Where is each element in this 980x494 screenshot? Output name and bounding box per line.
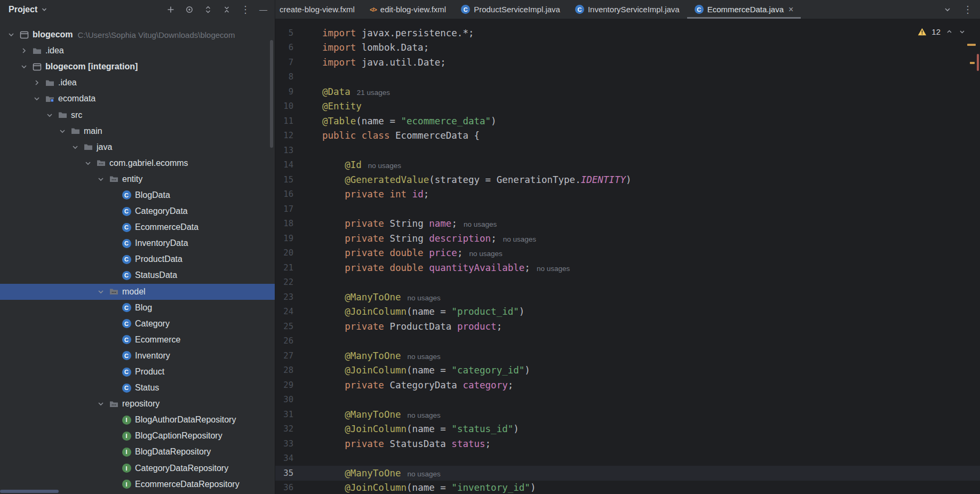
line-number[interactable]: 17 xyxy=(275,204,322,214)
chevron-right-icon[interactable] xyxy=(19,46,29,55)
code-line[interactable]: 27 @ManyToOneno usages xyxy=(275,348,980,363)
line-number[interactable]: 13 xyxy=(275,146,322,155)
line-number[interactable]: 10 xyxy=(275,101,322,111)
line-number[interactable]: 24 xyxy=(275,307,322,316)
tree-row--idea[interactable]: .idea xyxy=(0,75,275,91)
more-options-icon[interactable]: ⋮ xyxy=(241,5,250,14)
code-line[interactable]: 14 @Idno usages xyxy=(275,158,980,173)
tree-row-product[interactable]: CProduct xyxy=(0,364,275,380)
chevron-down-icon[interactable] xyxy=(6,30,16,39)
tree-row-entity[interactable]: entity xyxy=(0,171,275,187)
code-line[interactable]: 35 @ManyToOneno usages xyxy=(275,466,980,481)
line-number[interactable]: 20 xyxy=(275,248,322,258)
chevron-down-icon[interactable] xyxy=(96,399,106,409)
tree-row-ecommerce[interactable]: CEcommerce xyxy=(0,332,275,348)
line-number[interactable]: 25 xyxy=(275,322,322,331)
line-number[interactable]: 33 xyxy=(275,439,322,449)
tree-row-blog[interactable]: CBlog xyxy=(0,300,275,316)
code-line[interactable]: 8 xyxy=(275,70,980,85)
code-line[interactable]: 23 @ManyToOneno usages xyxy=(275,290,980,305)
line-number[interactable]: 36 xyxy=(275,483,322,492)
code-line[interactable]: 29 private CategoryData category; xyxy=(275,378,980,393)
line-number[interactable]: 26 xyxy=(275,336,322,346)
code-line[interactable]: 36 @JoinColumn(name = "inventory_id") xyxy=(275,481,980,494)
code-line[interactable]: 9@Data21 usages xyxy=(275,84,980,99)
line-number[interactable]: 6 xyxy=(275,43,322,52)
chevron-down-icon[interactable] xyxy=(96,287,106,297)
editor-scrollbar-thumb[interactable] xyxy=(977,54,979,71)
code-line[interactable]: 33 private StatusData status; xyxy=(275,436,980,451)
inspection-widget[interactable]: 12 xyxy=(918,27,966,36)
project-view-dropdown[interactable]: Project xyxy=(9,5,49,14)
line-number[interactable]: 16 xyxy=(275,189,322,199)
code-line[interactable]: 26 xyxy=(275,334,980,349)
close-icon[interactable]: × xyxy=(788,5,793,14)
line-number[interactable]: 34 xyxy=(275,453,322,463)
error-stripe-warning-mark[interactable] xyxy=(967,44,976,46)
code-line[interactable]: 22 xyxy=(275,275,980,290)
tree-row-java[interactable]: java xyxy=(0,139,275,155)
tree-row-categorydata[interactable]: CCategoryData xyxy=(0,203,275,219)
line-number[interactable]: 29 xyxy=(275,380,322,390)
code-line[interactable]: 16 private int id; xyxy=(275,187,980,202)
code-line[interactable]: 25 private ProductData product; xyxy=(275,319,980,334)
code-line[interactable]: 18 private String name;no usages xyxy=(275,217,980,232)
tree-row-repository[interactable]: repository xyxy=(0,396,275,412)
line-number[interactable]: 19 xyxy=(275,234,322,243)
code-line[interactable]: 10@Entity xyxy=(275,99,980,114)
tree-row-com-gabriel-ecomms[interactable]: com.gabriel.ecomms xyxy=(0,155,275,171)
tree-row-blogecom[interactable]: blogecomC:\Users\Sophia Vitug\Downloads\… xyxy=(0,27,275,43)
line-number[interactable]: 28 xyxy=(275,365,322,375)
tab-list-dropdown-icon[interactable] xyxy=(943,5,952,14)
code-line[interactable]: 31 @ManyToOneno usages xyxy=(275,407,980,422)
prev-problem-icon[interactable] xyxy=(945,28,953,36)
code-line[interactable]: 19 private String description;no usages xyxy=(275,231,980,246)
tree-row-blogdatarepository[interactable]: IBlogDataRepository xyxy=(0,444,275,460)
code-line[interactable]: 34 xyxy=(275,451,980,466)
line-number[interactable]: 32 xyxy=(275,424,322,434)
chevron-down-icon[interactable] xyxy=(32,94,42,103)
code-line[interactable]: 24 @JoinColumn(name = "product_id") xyxy=(275,305,980,320)
line-number[interactable]: 30 xyxy=(275,395,322,404)
code-line[interactable]: 32 @JoinColumn(name = "status_id") xyxy=(275,422,980,437)
line-number[interactable]: 8 xyxy=(275,72,322,82)
code-line[interactable]: 11@Table(name = "ecommerce_data") xyxy=(275,114,980,129)
tree-horizontal-scrollbar[interactable] xyxy=(0,490,59,493)
chevron-down-icon[interactable] xyxy=(19,62,29,71)
code-line[interactable]: 30 xyxy=(275,393,980,408)
code-line[interactable]: 28 @JoinColumn(name = "category_id") xyxy=(275,363,980,378)
editor-tab[interactable]: create-blog-view.fxml xyxy=(275,0,362,19)
line-number[interactable]: 7 xyxy=(275,58,322,67)
tree-row-category[interactable]: CCategory xyxy=(0,316,275,332)
tree-row-model[interactable]: model xyxy=(0,284,275,300)
chevron-right-icon[interactable] xyxy=(32,78,42,87)
tree-row-statusdata[interactable]: CStatusData xyxy=(0,267,275,283)
code-line[interactable]: 6import lombok.Data; xyxy=(275,41,980,55)
tree-row-inventorydata[interactable]: CInventoryData xyxy=(0,235,275,251)
line-number[interactable]: 9 xyxy=(275,87,322,97)
editor-tab[interactable]: </>edit-blog-view.fxml xyxy=(362,0,453,19)
code-line[interactable]: 17 xyxy=(275,202,980,217)
expand-all-icon[interactable] xyxy=(203,5,213,14)
tree-row-blogecom-integration-[interactable]: blogecom [integration] xyxy=(0,59,275,75)
tree-row-blogdata[interactable]: CBlogData xyxy=(0,187,275,203)
code-line[interactable]: 5import javax.persistence.*; xyxy=(275,26,980,41)
line-number[interactable]: 35 xyxy=(275,468,322,478)
tree-row-categorydatarepository[interactable]: ICategoryDataRepository xyxy=(0,460,275,476)
tree-row-status[interactable]: CStatus xyxy=(0,380,275,396)
tree-row-ecommercedata[interactable]: CEcommerceData xyxy=(0,219,275,235)
line-number[interactable]: 21 xyxy=(275,263,322,273)
locate-file-icon[interactable] xyxy=(185,5,194,14)
collapse-all-icon[interactable] xyxy=(222,5,232,14)
code-line[interactable]: 20 private double price;no usages xyxy=(275,246,980,261)
line-number[interactable]: 27 xyxy=(275,351,322,361)
next-problem-icon[interactable] xyxy=(958,28,966,36)
line-number[interactable]: 12 xyxy=(275,131,322,140)
tree-row-inventory[interactable]: CInventory xyxy=(0,348,275,364)
line-number[interactable]: 18 xyxy=(275,219,322,228)
error-stripe-warning-mark[interactable] xyxy=(970,62,975,64)
code-line[interactable]: 12public class EcommerceData { xyxy=(275,129,980,144)
tree-row-productdata[interactable]: CProductData xyxy=(0,251,275,267)
chevron-down-icon[interactable] xyxy=(70,142,80,152)
hide-panel-icon[interactable]: — xyxy=(259,5,267,13)
